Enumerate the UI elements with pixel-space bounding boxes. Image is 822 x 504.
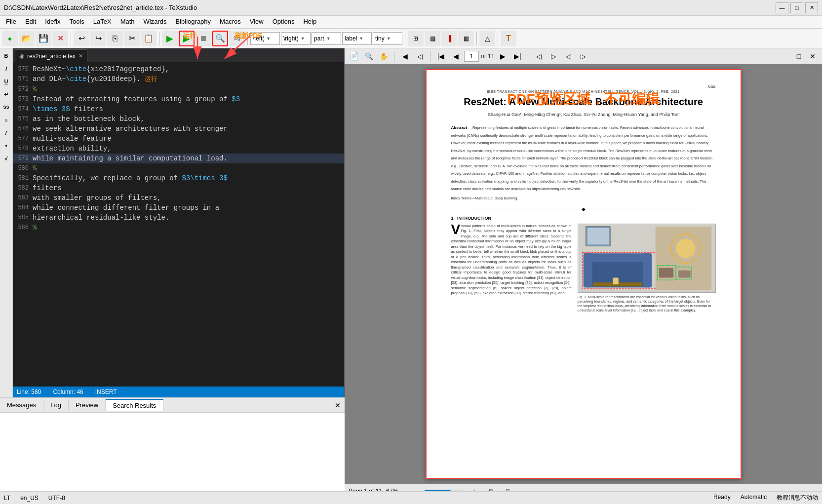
close-file-button[interactable]: ✕ [52,31,68,46]
maximize-button[interactable]: □ [790,2,803,13]
triangle-button[interactable]: △ [479,31,495,46]
cut-button[interactable]: ✂ [124,31,140,46]
pdf-zoom-slider[interactable] [424,490,464,492]
code-line-576: 576 we seek alternative architectures wi… [13,124,344,134]
matrix-button[interactable]: ▦ [458,31,474,46]
gutter-ss[interactable]: SS [1,102,12,113]
pdf-first-page[interactable]: |◀ [434,50,447,62]
left-paren-combo[interactable]: \left( ▼ [250,32,280,45]
pdf-zoom-out[interactable]: ◁ [562,50,575,62]
gutter-sqrt[interactable]: √ [1,153,12,164]
pdf-zoom-out-btn[interactable]: − [407,485,420,492]
pdf-icon-button[interactable]: 📄 [348,50,360,62]
open-button[interactable]: 📂 [19,31,35,46]
pdf-back-page[interactable]: ◀ [449,50,462,62]
pdf-intro-text: VVisual patterns occur at multi-scales i… [451,224,572,296]
log-button[interactable]: log [229,31,245,46]
menu-macros[interactable]: Macros [216,17,245,27]
pdf-close[interactable]: ✕ [806,50,819,62]
table-button[interactable]: ⊞ [408,31,424,46]
gutter-return[interactable]: ↵ [1,89,12,100]
pdf-bottom-page-info: Page 1 of 11 [349,488,382,492]
label-combo[interactable]: label ▼ [342,32,372,45]
editor-tab-main[interactable]: ◉ res2net_article.tex ✕ [15,49,87,62]
gutter-underline[interactable]: U [1,76,12,87]
save-button[interactable]: 💾 [36,31,51,46]
svg-rect-14 [678,270,691,277]
pdf-minimize[interactable]: — [779,50,791,62]
minimize-button[interactable]: — [776,2,788,13]
column-info: Column: 46 [53,388,83,395]
pdf-prev-page[interactable]: ◀ [398,50,411,62]
pdf-authors: Shang-Hua Gao*, Ming-Ming Cheng*, Kai Zh… [451,112,716,117]
pdf-hand-button[interactable]: ✋ [377,50,390,62]
menu-idefix[interactable]: Idefix [41,17,64,27]
pdf-sep-1 [394,51,394,62]
pdf-prev-small[interactable]: ◁ [413,50,426,62]
pdf-fit-page[interactable]: ⊞ [484,485,497,492]
close-button[interactable]: ✕ [805,2,818,13]
undo-button[interactable]: ↩ [74,31,89,46]
right-paren-combo[interactable]: \right) ▼ [281,32,311,45]
redo-button[interactable]: ↪ [90,31,106,46]
menu-bibliography[interactable]: Bibliography [172,17,215,27]
tab-preview[interactable]: Preview [69,399,106,411]
status-encoding: UTF-8 [48,495,65,502]
refresh-pdf-button[interactable]: 🔍 [212,31,228,46]
table2-button[interactable]: ▦ [425,31,440,46]
gutter-script2[interactable]: ♦ [1,140,12,151]
menu-view[interactable]: View [246,17,268,27]
editor-tab-bar: ◉ res2net_article.tex ✕ [13,48,344,62]
pdf-fit-width[interactable]: ⊡ [501,485,514,492]
tab-close-button[interactable]: ✕ [78,53,83,59]
part-combo[interactable]: part ▼ [312,32,341,45]
tab-search-results[interactable]: Search Results [106,399,163,411]
line-info: Line: 580 [17,388,41,395]
menu-latex[interactable]: LaTeX [89,17,116,27]
copy-button[interactable]: ⎘ [107,31,123,46]
code-editor[interactable]: 570 ResNeXt~\cite{xie2017aggregated}, 57… [13,62,344,387]
pdf-zoom-out-small[interactable]: ◁ [532,50,545,62]
paste-button[interactable]: 📋 [141,31,157,46]
tiny-combo[interactable]: tiny ▼ [373,32,402,45]
app-title: D:\CSDN\LatexWord2Latex\Res2Net\res2net_… [4,4,197,11]
menu-math[interactable]: Math [117,17,139,27]
menu-wizards[interactable]: Wizards [140,17,171,27]
stop-button[interactable]: ⏹ [196,31,211,46]
pdf-zoom-in[interactable]: ▷ [577,50,589,62]
new-button[interactable]: ● [2,31,18,46]
separator-2 [159,32,159,45]
pdf-index-terms: Index Terms—Multi-scale, deep learning. [451,196,716,200]
tab-filename: res2net_article.tex [27,53,76,60]
code-line-572: 572 % [13,84,344,94]
pdf-zoom-in-small[interactable]: ▷ [547,50,560,62]
pdf-zoom-in-btn[interactable]: + [468,485,480,492]
insert-mode: INSERT [95,388,117,395]
pdf-page-input[interactable] [464,51,479,62]
menu-options[interactable]: Options [269,17,299,27]
gutter-align-left[interactable]: ≡ [1,115,12,125]
run-button[interactable]: ▶ [179,31,195,46]
pdf-next-page[interactable]: ▶ [496,50,509,62]
svg-rect-8 [587,228,608,244]
bottom-panel-close[interactable]: ✕ [331,401,345,409]
separator-1 [71,32,71,45]
tab-log[interactable]: Log [43,399,69,411]
pdf-abstract: Abstract —Representing features at multi… [451,123,716,192]
menu-file[interactable]: File [2,17,20,27]
tab-messages[interactable]: Messages [0,399,43,411]
menu-help[interactable]: Help [299,17,320,27]
gutter-script1[interactable]: ƒ [1,127,12,138]
pdf-maximize[interactable]: □ [792,50,805,62]
compile-button[interactable]: ▶ [162,31,178,46]
color-button[interactable]: ▐ [441,31,457,46]
gutter-italic[interactable]: I [1,63,12,74]
app-status-bar: LT en_US UTF-8 Ready Automatic 教程消息不动动 [0,491,822,504]
gutter-bold[interactable]: B [1,50,12,61]
menu-tools[interactable]: Tools [65,17,88,27]
font-t-button[interactable]: T [501,31,516,46]
menu-edit[interactable]: Edit [21,17,40,27]
pdf-last-page[interactable]: ▶| [511,50,524,62]
pdf-search-button[interactable]: 🔍 [362,50,375,62]
pdf-win-controls: — □ ✕ [779,50,819,62]
